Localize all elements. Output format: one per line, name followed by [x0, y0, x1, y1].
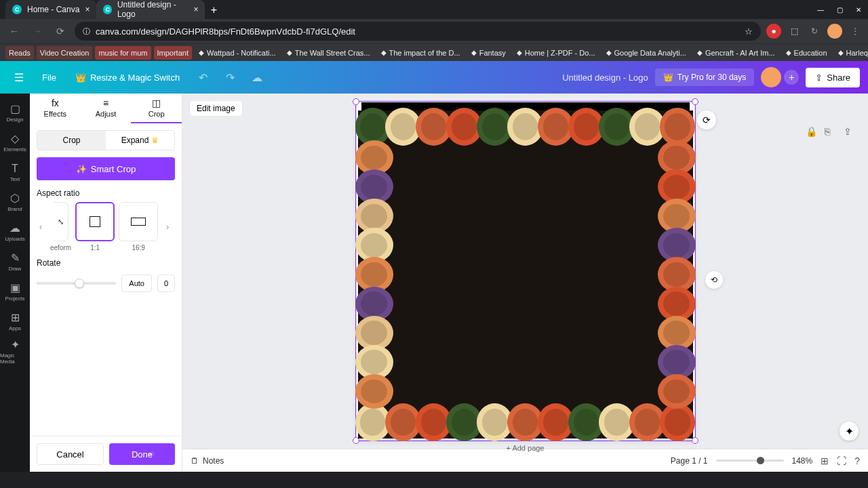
crop-handle-nw[interactable] — [353, 98, 359, 105]
rail-label: Draw — [9, 266, 22, 272]
rail-brand[interactable]: ⬡Brand — [0, 187, 30, 217]
bookmark-item[interactable]: ◆Gencraft - AI Art Im... — [693, 46, 779, 60]
bookmark-item[interactable]: Important — [154, 46, 192, 60]
aspect-label: 1:1 — [90, 244, 100, 251]
bookmark-bar: ReadsVideo Creationmusic for mumImportan… — [0, 43, 868, 61]
refresh-icon[interactable]: ⟳ — [697, 110, 716, 129]
artboard[interactable]: ⟳ ⟲ + Add page — [357, 102, 694, 440]
minimize-icon[interactable]: — — [816, 5, 825, 14]
forward-icon[interactable]: → — [28, 22, 46, 40]
extension-icon[interactable]: ⬚ — [787, 24, 802, 39]
slider-thumb[interactable] — [75, 279, 84, 288]
floral-frame-image[interactable] — [358, 110, 693, 439]
rail-projects[interactable]: ▣Projects — [0, 277, 30, 306]
done-button[interactable]: Done ☜ — [109, 443, 175, 465]
back-icon[interactable]: ← — [5, 22, 23, 40]
bookmark-item[interactable]: ◆Harlequin Romanc... — [834, 46, 868, 60]
fullscreen-icon[interactable]: ⛶ — [837, 455, 846, 466]
aspect-16-9[interactable]: 16:9 — [119, 202, 158, 251]
try-pro-label: Try Pro for 30 days — [677, 73, 747, 82]
rotate-handle-icon[interactable]: ⟲ — [705, 271, 723, 289]
design-title[interactable]: Untitled design - Logo — [562, 73, 648, 83]
bookmark-item[interactable]: ◆The Wall Street Cras... — [283, 46, 374, 60]
rail-draw[interactable]: ✎Draw — [0, 247, 30, 277]
menu-icon[interactable]: ☰ — [8, 66, 30, 88]
grid-view-icon[interactable]: ⊞ — [821, 455, 829, 466]
bookmark-item[interactable]: ◆Education — [782, 46, 831, 60]
history-icon[interactable]: ↻ — [807, 24, 822, 39]
rotate-slider[interactable] — [37, 282, 116, 285]
bookmark-item[interactable]: Reads — [5, 46, 34, 60]
expand-tab[interactable]: Expand ♛ — [106, 131, 174, 150]
bookmark-item[interactable]: ◆Wattpad - Notificati... — [195, 46, 280, 60]
bookmark-item[interactable]: ◆Fantasy — [467, 46, 510, 60]
add-member-button[interactable]: + — [784, 70, 799, 85]
canva-favicon: C — [103, 5, 112, 14]
bookmark-label: Education — [794, 49, 827, 57]
user-avatar[interactable] — [761, 67, 781, 87]
rail-icon: ▢ — [10, 102, 20, 115]
bookmark-item[interactable]: ◆The impact of the D... — [377, 46, 465, 60]
chevron-left-icon[interactable]: ‹ — [34, 210, 47, 244]
maximize-icon[interactable]: ▢ — [835, 5, 844, 14]
crop-handle-ne[interactable] — [692, 98, 698, 105]
smart-crop-button[interactable]: ✨ Smart Crop — [37, 157, 175, 180]
file-menu[interactable]: File — [35, 68, 63, 87]
address-bar[interactable]: ⓘ canva.com/design/DAGHPlR8bps/FnDt6Bwpn… — [75, 22, 761, 41]
panel-tab-effects[interactable]: fxEffects — [30, 94, 81, 123]
close-tab-icon[interactable]: × — [193, 5, 198, 14]
bookmark-item[interactable]: music for mum — [95, 46, 151, 60]
rotate-value[interactable]: 0 — [157, 274, 175, 292]
browser-tab-design[interactable]: C Untitled design - Logo × — [96, 0, 205, 19]
rail-apps[interactable]: ⊞Apps — [0, 306, 30, 336]
panel-tab-adjust[interactable]: ≡Adjust — [81, 94, 132, 123]
edit-panel: fxEffects≡Adjust◫Crop Crop Expand ♛ ✨ Sm… — [30, 94, 182, 472]
rail-elements[interactable]: ◇Elements — [0, 127, 30, 157]
bookmark-item[interactable]: Video Creation — [37, 46, 93, 60]
star-icon[interactable]: ☆ — [745, 26, 753, 37]
bookmark-item[interactable]: ◆Google Data Analyti... — [602, 46, 690, 60]
rail-design[interactable]: ▢Design — [0, 98, 30, 127]
help-icon[interactable]: ? — [854, 455, 860, 466]
rail-icon: ⊞ — [11, 311, 20, 324]
add-page-button[interactable]: + Add page — [507, 444, 545, 452]
rail-text[interactable]: TText — [0, 157, 30, 187]
zoom-value[interactable]: 148% — [792, 456, 813, 466]
profile-avatar[interactable] — [827, 24, 842, 39]
rail-label: Elements — [3, 146, 26, 152]
assistant-icon[interactable]: ✦ — [840, 422, 859, 441]
zoom-slider[interactable] — [716, 460, 784, 462]
try-pro-button[interactable]: 👑 Try Pro for 30 days — [655, 68, 755, 86]
close-tab-icon[interactable]: × — [85, 5, 90, 14]
cloud-sync-icon[interactable]: ☁ — [246, 66, 268, 88]
aspect-freeform[interactable]: ⤡ eeform — [50, 202, 71, 251]
panel-tab-crop[interactable]: ◫Crop — [131, 94, 182, 123]
share-button[interactable]: ⇧ Share — [806, 68, 860, 87]
bookmark-item[interactable]: ◆Home | Z-PDF - Do... — [513, 46, 599, 60]
adblock-icon[interactable]: ● — [766, 24, 781, 39]
undo-icon[interactable]: ↶ — [192, 66, 214, 88]
chevron-right-icon[interactable]: › — [161, 210, 174, 244]
flower-decor — [355, 374, 393, 409]
new-tab-button[interactable]: + — [205, 1, 222, 19]
zoom-thumb[interactable] — [757, 457, 764, 464]
aspect-label: eeform — [50, 244, 71, 251]
close-window-icon[interactable]: ✕ — [854, 5, 863, 14]
rail-uploads[interactable]: ☁Uploads — [0, 217, 30, 247]
redo-icon[interactable]: ↷ — [219, 66, 241, 88]
rail-magic-media[interactable]: ✦Magic Media — [0, 336, 30, 366]
side-rail: ▢Design◇ElementsTText⬡Brand☁Uploads✎Draw… — [0, 94, 30, 472]
cancel-button[interactable]: Cancel — [37, 443, 104, 465]
reload-icon[interactable]: ⟳ — [52, 22, 69, 40]
notes-label: Notes — [203, 456, 224, 466]
aspect-1-1[interactable]: 1:1 — [75, 202, 115, 251]
site-info-icon[interactable]: ⓘ — [83, 26, 90, 37]
rail-label: Text — [10, 176, 20, 182]
notes-button[interactable]: 🗒 Notes — [191, 456, 224, 466]
page-info[interactable]: Page 1 / 1 — [671, 456, 708, 466]
menu-icon[interactable]: ⋮ — [848, 24, 863, 39]
resize-button[interactable]: 👑 Resize & Magic Switch — [68, 68, 186, 87]
crop-tab[interactable]: Crop — [37, 131, 106, 150]
rotate-auto-button[interactable]: Auto — [121, 274, 152, 292]
browser-tab-home[interactable]: C Home - Canva × — [5, 0, 96, 19]
